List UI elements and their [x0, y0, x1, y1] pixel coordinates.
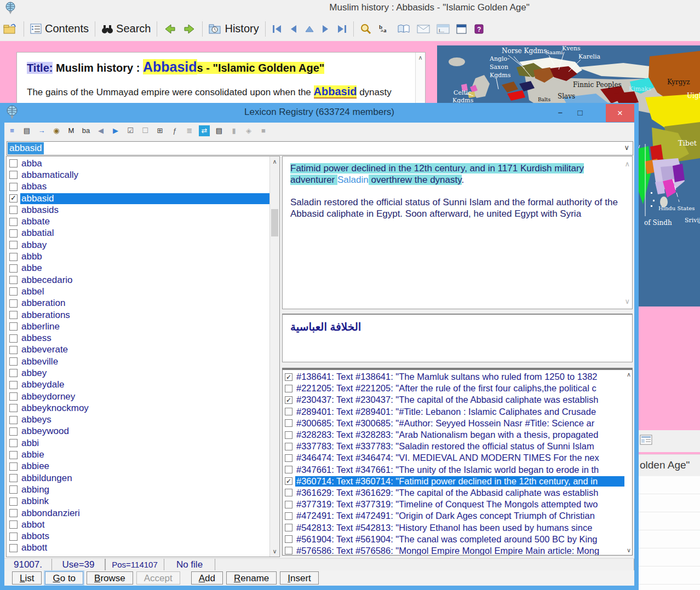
- unchecked-box-icon[interactable]: ☐: [140, 125, 151, 136]
- rename-ba-icon[interactable]: ba: [81, 125, 91, 136]
- unchecked-checkbox[interactable]: [9, 218, 18, 226]
- unchecked-checkbox[interactable]: [9, 287, 18, 296]
- word-row[interactable]: abberline: [7, 321, 270, 332]
- window-button[interactable]: [456, 24, 467, 34]
- unchecked-checkbox[interactable]: [9, 241, 18, 249]
- word-row[interactable]: abbel: [7, 286, 270, 297]
- minimize-icon[interactable]: −: [552, 105, 569, 120]
- word-row[interactable]: abbildungen: [7, 472, 270, 484]
- word-row[interactable]: abbas: [7, 181, 270, 193]
- scroll-down-icon[interactable]: ∨: [627, 547, 631, 554]
- unchecked-checkbox[interactable]: [9, 404, 18, 412]
- rename-button[interactable]: Rename: [226, 571, 277, 585]
- unchecked-checkbox[interactable]: [9, 276, 18, 284]
- unchecked-checkbox[interactable]: [9, 485, 18, 494]
- word-row[interactable]: abbasids: [7, 204, 270, 216]
- word-row[interactable]: ✓abbasid: [7, 193, 270, 204]
- unchecked-checkbox[interactable]: [285, 512, 292, 520]
- word-row[interactable]: abberation: [7, 298, 270, 309]
- forward-button[interactable]: [183, 23, 196, 35]
- contents-button[interactable]: Contents: [30, 22, 89, 35]
- word-row[interactable]: abbondanzieri: [7, 507, 270, 519]
- unchecked-checkbox[interactable]: [9, 322, 18, 331]
- unchecked-checkbox[interactable]: [9, 498, 18, 506]
- reference-row[interactable]: #576586: Text #576586: "Mongol Empire Mo…: [283, 545, 624, 556]
- open-topic-button[interactable]: [3, 22, 18, 36]
- checked-checkbox[interactable]: ✓: [285, 396, 292, 404]
- unchecked-checkbox[interactable]: [285, 385, 292, 392]
- unchecked-checkbox[interactable]: [9, 392, 18, 401]
- word-row[interactable]: abbey: [7, 367, 270, 379]
- unchecked-checkbox[interactable]: [9, 416, 18, 424]
- word-row[interactable]: abbeyknockmoy: [7, 402, 270, 414]
- checked-box-icon[interactable]: ☑: [125, 125, 136, 136]
- reference-row[interactable]: #289401: Text #289401: "#Title: Lebanon …: [283, 406, 624, 418]
- swap-arrows-icon[interactable]: ⇄: [199, 125, 210, 136]
- rename-tool-button[interactable]: ba: [378, 24, 391, 34]
- unchecked-checkbox[interactable]: [9, 253, 18, 261]
- unchecked-checkbox[interactable]: [9, 311, 18, 319]
- reference-row[interactable]: ✓#230437: Text #230437: "The capital of …: [283, 394, 624, 406]
- unchecked-checkbox[interactable]: [285, 419, 292, 427]
- unchecked-checkbox[interactable]: [9, 462, 18, 471]
- word-row[interactable]: abbb: [7, 251, 270, 262]
- unchecked-checkbox[interactable]: [9, 206, 18, 214]
- word-row[interactable]: abbink: [7, 496, 270, 507]
- checked-checkbox[interactable]: ✓: [9, 194, 18, 203]
- reference-row[interactable]: #337783: Text #337783: "Saladin restored…: [283, 441, 624, 452]
- word-row[interactable]: abbeville: [7, 356, 270, 367]
- unchecked-checkbox[interactable]: [9, 264, 18, 273]
- unchecked-checkbox[interactable]: [285, 547, 292, 554]
- scroll-down-icon[interactable]: ∨: [624, 297, 630, 305]
- reference-row[interactable]: #347661: Text #347661: "The unity of the…: [283, 464, 624, 476]
- unchecked-checkbox[interactable]: [285, 489, 292, 496]
- dice-icon[interactable]: ⊞: [154, 125, 165, 136]
- find-button[interactable]: [360, 23, 372, 35]
- word-row[interactable]: abbeydale: [7, 379, 270, 391]
- unchecked-checkbox[interactable]: [285, 466, 292, 473]
- history-button[interactable]: History: [209, 22, 259, 35]
- binoculars-icon[interactable]: M: [66, 125, 77, 136]
- checked-checkbox[interactable]: ✓: [285, 477, 292, 485]
- word-row[interactable]: abba: [7, 158, 270, 169]
- word-row[interactable]: abbay: [7, 239, 270, 251]
- word-row[interactable]: abbie: [7, 449, 270, 460]
- saladin-link[interactable]: Saladin: [337, 175, 369, 185]
- maximize-icon[interactable]: □: [572, 105, 588, 120]
- close-icon[interactable]: ×: [606, 104, 634, 122]
- unchecked-checkbox[interactable]: [9, 381, 18, 389]
- reference-row[interactable]: #561904: Text #561904: "The canal was co…: [283, 534, 624, 545]
- unchecked-checkbox[interactable]: [285, 454, 292, 462]
- chevron-down-icon[interactable]: ∨: [624, 143, 629, 152]
- help-book-button[interactable]: ?: [474, 24, 485, 34]
- unchecked-checkbox[interactable]: [9, 520, 18, 529]
- list-button[interactable]: List: [12, 571, 42, 585]
- unchecked-checkbox[interactable]: [285, 443, 292, 450]
- word-row[interactable]: abbeywood: [7, 426, 270, 437]
- nav-prev-button[interactable]: [289, 24, 298, 34]
- eye-icon[interactable]: ◉: [51, 125, 62, 136]
- word-row[interactable]: abbi: [7, 437, 270, 449]
- unchecked-checkbox[interactable]: [9, 533, 18, 541]
- unchecked-checkbox[interactable]: [285, 535, 292, 543]
- insert-button[interactable]: Insert: [280, 571, 319, 585]
- reference-row[interactable]: ✓#360714: Text #360714: "Fatimid power d…: [283, 476, 624, 487]
- unchecked-checkbox[interactable]: [9, 544, 18, 552]
- scroll-up-icon[interactable]: ∧: [627, 371, 631, 378]
- word-row[interactable]: abbamatically: [7, 169, 270, 181]
- word-row[interactable]: abbeydorney: [7, 391, 270, 402]
- next-triangle-icon[interactable]: ▶: [110, 125, 121, 136]
- back-button[interactable]: [163, 23, 176, 35]
- unchecked-checkbox[interactable]: [9, 334, 18, 343]
- unchecked-checkbox[interactable]: [285, 501, 292, 508]
- lexicon-titlebar[interactable]: Lexicon Registry (633724 members) − □ ×: [0, 103, 639, 123]
- reference-row[interactable]: #346474: Text #346474: "VI. MEDIEVAL AND…: [283, 452, 624, 464]
- arabic-panel[interactable]: الخلافة العباسية: [282, 314, 633, 362]
- unchecked-checkbox[interactable]: [9, 346, 18, 354]
- unchecked-checkbox[interactable]: [9, 369, 18, 377]
- word-row[interactable]: abbeys: [7, 414, 270, 426]
- scrollbar-thumb[interactable]: [271, 209, 278, 236]
- add-button[interactable]: Add: [191, 571, 223, 585]
- word-row[interactable]: abbot: [7, 519, 270, 530]
- unchecked-checkbox[interactable]: [285, 524, 292, 531]
